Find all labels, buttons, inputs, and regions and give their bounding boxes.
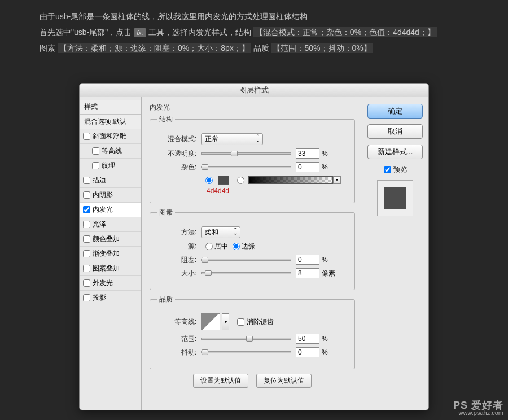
sidebar-item-stroke[interactable]: 描边 (80, 173, 141, 188)
style-sidebar: 样式 混合选项:默认 斜面和浮雕 等高线 纹理 描边 内阴影 内发光 光泽 颜色… (80, 97, 142, 410)
ok-button[interactable]: 确定 (367, 104, 423, 119)
gradient-arrow-icon[interactable]: ▾ (333, 176, 341, 184)
sidebar-item-patternoverlay[interactable]: 图案叠加 (80, 261, 141, 276)
quality-group: 品质 等高线: ▾ 消除锯齿 范围: % 抖动: (150, 295, 355, 369)
layer-style-dialog: 图层样式 样式 混合选项:默认 斜面和浮雕 等高线 纹理 描边 内阴影 内发光 … (79, 83, 429, 410)
sidebar-item-gradientoverlay[interactable]: 渐变叠加 (80, 247, 141, 261)
sidebar-item-contour[interactable]: 等高线 (80, 144, 141, 159)
jitter-slider[interactable] (201, 351, 291, 353)
blendmode-dropdown[interactable]: 正常 (201, 133, 263, 145)
structure-group: 结构 混合模式: 正常 不透明度: % 杂色: % (150, 115, 355, 203)
color-swatch[interactable] (218, 176, 229, 185)
choke-input[interactable] (296, 255, 319, 265)
new-style-button[interactable]: 新建样式... (367, 145, 423, 159)
source-edge-radio[interactable] (233, 243, 240, 250)
opacity-input[interactable] (296, 148, 319, 159)
sidebar-blend[interactable]: 混合选项:默认 (80, 115, 141, 129)
noise-input[interactable] (296, 162, 319, 172)
desc-line2: 首先选中"usb-尾部"，点击 fx. 工具，选择内发光样式，结构 【混合模式：… (40, 24, 468, 40)
sidebar-item-innershadow[interactable]: 内阴影 (80, 188, 141, 203)
reset-default-button[interactable]: 复位为默认值 (256, 374, 312, 388)
contour-picker[interactable] (201, 313, 220, 330)
desc-line1: 由于usb-尾部是一条圆柱体的线，所以我这里用内发光的方式处理圆柱体结构 (40, 8, 468, 24)
noise-slider[interactable] (201, 166, 291, 168)
range-slider[interactable] (201, 338, 291, 340)
sidebar-item-texture[interactable]: 纹理 (80, 159, 141, 173)
sidebar-item-innerglow[interactable]: 内发光 (80, 203, 141, 217)
color-radio[interactable] (205, 177, 213, 184)
gradient-picker[interactable] (248, 176, 333, 184)
choke-slider[interactable] (201, 259, 291, 261)
range-input[interactable] (296, 334, 319, 344)
fx-icon: fx. (134, 28, 146, 37)
source-center-radio[interactable] (205, 243, 213, 250)
sidebar-item-coloroverlay[interactable]: 颜色叠加 (80, 232, 141, 247)
size-input[interactable] (296, 268, 319, 278)
sidebar-item-dropshadow[interactable]: 投影 (80, 291, 141, 305)
jitter-input[interactable] (296, 347, 319, 357)
elements-group: 图素 方法: 柔和 源: 居中 边缘 阻塞: % (150, 208, 355, 290)
right-column: 确定 取消 新建样式... 预览 (362, 97, 428, 410)
sidebar-item-bevel[interactable]: 斜面和浮雕 (80, 129, 141, 144)
sidebar-item-satin[interactable]: 光泽 (80, 217, 141, 232)
opacity-slider[interactable] (201, 152, 291, 155)
preview-checkbox[interactable] (384, 166, 391, 173)
instruction-text: 由于usb-尾部是一条圆柱体的线，所以我这里用内发光的方式处理圆柱体结构 首先选… (0, 0, 508, 56)
sidebar-styles[interactable]: 样式 (80, 100, 141, 115)
main-panel: 内发光 结构 混合模式: 正常 不透明度: % 杂色: % (142, 97, 362, 410)
panel-heading: 内发光 (150, 103, 355, 112)
cancel-button[interactable]: 取消 (367, 124, 423, 139)
antialias-checkbox[interactable] (237, 318, 244, 326)
preview-box (377, 180, 413, 216)
desc-line3: 图素 【方法：柔和；源：边缘；阻塞：0%；大小：8px；】 品质 【范围：50%… (40, 40, 468, 56)
sidebar-item-outerglow[interactable]: 外发光 (80, 276, 141, 291)
contour-arrow-icon[interactable]: ▾ (222, 313, 229, 330)
dialog-title: 图层样式 (80, 84, 428, 97)
color-hex-note: 4d4d4d (207, 187, 348, 195)
gradient-radio[interactable] (237, 177, 244, 184)
size-slider[interactable] (201, 272, 291, 274)
set-default-button[interactable]: 设置为默认值 (193, 374, 248, 388)
watermark: PS 爱好者 www.psahz.com (453, 402, 503, 417)
method-dropdown[interactable]: 柔和 (201, 226, 240, 238)
